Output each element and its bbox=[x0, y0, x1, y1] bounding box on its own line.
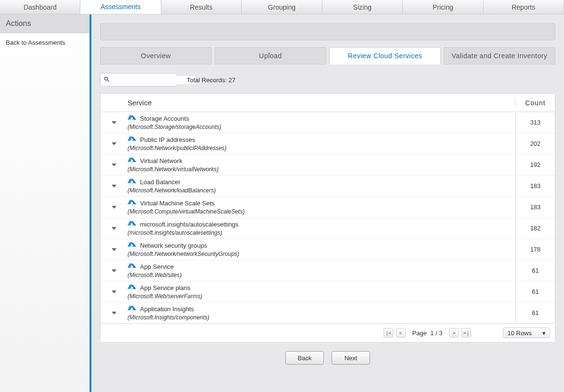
sidebar: Actions Back to Assessments bbox=[0, 14, 91, 392]
page-prev-button[interactable]: < bbox=[396, 328, 406, 338]
service-name: Public IP addresses bbox=[140, 136, 195, 143]
service-count: 61 bbox=[515, 281, 555, 302]
svg-marker-16 bbox=[128, 221, 133, 226]
topnav-tab-sizing[interactable]: Sizing bbox=[322, 0, 403, 14]
azure-icon bbox=[128, 220, 136, 228]
expand-toggle[interactable] bbox=[101, 176, 128, 196]
service-count: 192 bbox=[515, 154, 555, 175]
expand-toggle[interactable] bbox=[101, 197, 128, 217]
service-resource-type: (Microsoft.Network/networkSecurityGroups… bbox=[128, 251, 515, 257]
service-name: Virtual Network bbox=[140, 157, 182, 164]
topnav-tab-dashboard[interactable]: Dashboard bbox=[0, 0, 80, 14]
expand-toggle[interactable] bbox=[101, 218, 128, 239]
table-row: Virtual Machine Scale Sets(Microsoft.Com… bbox=[101, 197, 555, 218]
subtab-upload[interactable]: Upload bbox=[215, 47, 326, 64]
svg-marker-15 bbox=[112, 227, 116, 230]
svg-marker-24 bbox=[112, 291, 116, 293]
next-button[interactable]: Next bbox=[332, 351, 370, 365]
service-resource-type: (microsoft.insights/autoscalesettings) bbox=[128, 229, 515, 236]
subtab-overview[interactable]: Overview bbox=[100, 47, 212, 64]
azure-icon bbox=[128, 178, 136, 186]
svg-marker-7 bbox=[128, 158, 133, 162]
service-resource-type: (Microsoft.Insights/components) bbox=[128, 314, 515, 321]
azure-icon bbox=[128, 241, 136, 250]
service-resource-type: (Microsoft.Storage/storageAccounts) bbox=[128, 124, 515, 130]
expand-toggle[interactable] bbox=[101, 281, 128, 302]
table-row: Application Insights(Microsoft.Insights/… bbox=[101, 303, 555, 323]
rows-per-page-select[interactable]: 10 Rows ▾ bbox=[503, 328, 550, 338]
header-count[interactable]: Count bbox=[515, 99, 555, 107]
table-row: Virtual Network(Microsoft.Network/virtua… bbox=[101, 154, 555, 176]
service-count: 183 bbox=[515, 197, 555, 217]
azure-icon bbox=[128, 263, 136, 271]
svg-marker-22 bbox=[128, 264, 133, 268]
azure-icon bbox=[128, 305, 136, 313]
page-current: 1 / 3 bbox=[430, 329, 442, 337]
expand-toggle[interactable] bbox=[101, 239, 128, 260]
expand-toggle[interactable] bbox=[101, 260, 128, 281]
svg-marker-10 bbox=[128, 179, 133, 183]
search-icon bbox=[103, 76, 110, 84]
azure-icon bbox=[128, 157, 136, 165]
svg-marker-9 bbox=[112, 185, 116, 188]
topnav-tab-reports[interactable]: Reports bbox=[484, 0, 564, 14]
expand-toggle[interactable] bbox=[101, 133, 128, 154]
azure-icon bbox=[128, 199, 136, 207]
service-name: Network security groups bbox=[140, 242, 207, 249]
service-name: App Service bbox=[140, 263, 174, 270]
topnav-tab-pricing[interactable]: Pricing bbox=[403, 0, 483, 14]
service-name: Virtual Machine Scale Sets bbox=[140, 200, 215, 207]
page-label: Page bbox=[412, 329, 427, 337]
service-resource-type: (Microsoft.Web/serverFarms) bbox=[128, 293, 515, 300]
svg-marker-13 bbox=[128, 200, 133, 204]
svg-marker-28 bbox=[128, 306, 133, 310]
topnav-tab-assessments[interactable]: Assessments bbox=[80, 0, 161, 14]
rows-select-label: 10 Rows bbox=[507, 329, 532, 337]
subtab-validate-and-create-inventory[interactable]: Validate and Create Inventory bbox=[444, 47, 555, 64]
svg-marker-1 bbox=[128, 115, 133, 120]
svg-marker-0 bbox=[112, 121, 116, 124]
table-header: Service Count bbox=[101, 94, 555, 112]
service-name: Load Balancer bbox=[140, 178, 180, 186]
service-count: 178 bbox=[515, 239, 555, 260]
topnav-tab-results[interactable]: Results bbox=[161, 0, 242, 14]
topnav-tab-grouping[interactable]: Grouping bbox=[242, 0, 322, 14]
pager: ❘< < Page 1 / 3 > >❘ 10 Rows ▾ bbox=[101, 323, 555, 342]
table-row: App Service(Microsoft.Web/sites)61 bbox=[101, 260, 555, 281]
svg-marker-4 bbox=[128, 137, 133, 141]
page-last-button[interactable]: >❘ bbox=[461, 328, 471, 338]
sidebar-title: Actions bbox=[0, 14, 90, 33]
sub-tabs: OverviewUploadReview Cloud ServicesValid… bbox=[100, 47, 555, 64]
total-records: Total Records: 27 bbox=[187, 76, 235, 84]
chevron-down-icon: ▾ bbox=[542, 329, 546, 337]
expand-toggle[interactable] bbox=[101, 303, 128, 323]
expand-toggle[interactable] bbox=[101, 112, 128, 133]
service-name: microsoft.insights/autoscalesettings bbox=[140, 221, 238, 228]
back-to-assessments-link[interactable]: Back to Assessments bbox=[0, 33, 90, 52]
table-row: Public IP addresses(Microsoft.Network/pu… bbox=[101, 133, 555, 154]
banner-strip bbox=[100, 23, 555, 40]
svg-marker-18 bbox=[112, 248, 116, 251]
svg-marker-21 bbox=[112, 269, 116, 272]
service-count: 313 bbox=[515, 112, 555, 133]
page-next-button[interactable]: > bbox=[449, 328, 459, 338]
table-row: microsoft.insights/autoscalesettings(mic… bbox=[101, 218, 555, 239]
table-row: Storage Accounts(Microsoft.Storage/stora… bbox=[101, 112, 555, 133]
service-name: App Service plans bbox=[140, 284, 191, 291]
search-input[interactable] bbox=[112, 76, 195, 84]
service-resource-type: (Microsoft.Network/virtualNetworks) bbox=[128, 166, 515, 173]
svg-marker-12 bbox=[112, 206, 116, 209]
search-box[interactable] bbox=[100, 73, 177, 87]
svg-marker-3 bbox=[112, 142, 116, 145]
expand-toggle[interactable] bbox=[101, 154, 128, 175]
page-first-button[interactable]: ❘< bbox=[384, 328, 393, 338]
service-name: Storage Accounts bbox=[140, 115, 189, 122]
azure-icon bbox=[128, 284, 136, 292]
azure-icon bbox=[128, 136, 136, 144]
svg-marker-19 bbox=[128, 242, 133, 247]
back-button[interactable]: Back bbox=[285, 351, 324, 365]
service-resource-type: (Microsoft.Web/sites) bbox=[128, 272, 515, 278]
service-count: 183 bbox=[515, 176, 555, 196]
header-service[interactable]: Service bbox=[128, 99, 515, 107]
subtab-review-cloud-services[interactable]: Review Cloud Services bbox=[329, 47, 441, 64]
